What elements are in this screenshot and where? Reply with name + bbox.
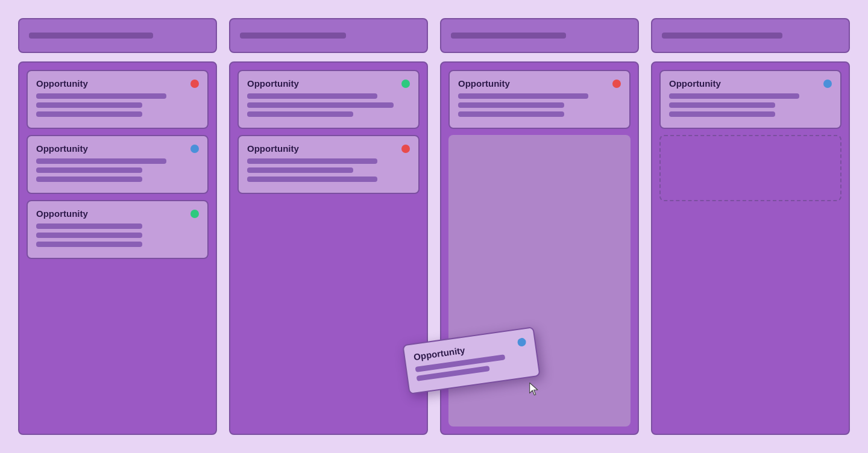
card-2-2-line-1 (247, 158, 377, 164)
kanban-board: Opportunity Opportunity Opportunity (0, 0, 868, 453)
card-1-2-title: Opportunity (36, 143, 88, 154)
card-1-1-header: Opportunity (36, 78, 199, 89)
card-1-3-line-2 (36, 233, 142, 238)
card-1-3-dot (190, 210, 199, 218)
card-2-1-line-3 (247, 111, 353, 117)
card-2-1-dot (401, 80, 410, 88)
dragged-card-dot (517, 337, 527, 347)
card-2-1-line-2 (247, 102, 394, 108)
card-1-3[interactable]: Opportunity (27, 200, 209, 259)
card-1-1-line-1 (36, 93, 166, 99)
column-1-header-bar (29, 33, 153, 39)
column-3-header-bar (451, 33, 566, 39)
card-1-2-line-2 (36, 167, 142, 173)
card-4-1-line-3 (669, 111, 775, 117)
column-3: Opportunity Opportunity (440, 18, 639, 435)
card-1-3-title: Opportunity (36, 208, 88, 219)
card-3-1-dot (612, 80, 621, 88)
dragged-card-wrapper: Opportunity (405, 336, 538, 386)
card-1-1-dot (190, 80, 199, 88)
column-2-header (229, 18, 428, 53)
card-1-3-line-3 (36, 242, 142, 247)
card-1-2-line-3 (36, 177, 142, 182)
cursor-icon (527, 382, 544, 399)
card-4-1-line-1 (669, 93, 799, 99)
column-4-header (651, 18, 850, 53)
column-3-body: Opportunity Opportunity (440, 61, 639, 435)
dragged-card[interactable]: Opportunity (402, 326, 540, 395)
card-4-1-dot (823, 80, 832, 88)
card-1-2-header: Opportunity (36, 143, 199, 154)
column-1-body: Opportunity Opportunity Opportunity (18, 61, 217, 435)
card-1-2-dot (190, 145, 199, 153)
card-2-1-header: Opportunity (247, 78, 410, 89)
card-3-1-header: Opportunity (458, 78, 621, 89)
column-1-header (18, 18, 217, 53)
card-2-2-line-3 (247, 177, 377, 182)
card-2-2-header: Opportunity (247, 143, 410, 154)
card-3-1[interactable]: Opportunity (448, 70, 631, 129)
card-1-1[interactable]: Opportunity (27, 70, 209, 129)
card-1-3-header: Opportunity (36, 208, 199, 219)
column-4-header-bar (662, 33, 782, 39)
card-3-1-line-1 (458, 93, 588, 99)
card-3-1-title: Opportunity (458, 78, 510, 89)
card-2-1-line-1 (247, 93, 377, 99)
card-1-3-line-1 (36, 223, 142, 229)
card-3-1-line-2 (458, 102, 564, 108)
dragged-card-header: Opportunity (413, 336, 527, 362)
column-3-header (440, 18, 639, 53)
card-2-2-line-2 (247, 167, 353, 173)
card-1-1-line-2 (36, 102, 142, 108)
card-2-2-title: Opportunity (247, 143, 299, 154)
column-2-header-bar (240, 33, 346, 39)
column-1: Opportunity Opportunity Opportunity (18, 18, 217, 435)
card-2-2[interactable]: Opportunity (237, 135, 420, 194)
card-2-1[interactable]: Opportunity (237, 70, 420, 129)
card-1-1-line-3 (36, 111, 142, 117)
card-4-1[interactable]: Opportunity (659, 70, 841, 129)
card-2-2-dot (401, 145, 410, 153)
dragged-card-title: Opportunity (413, 345, 465, 362)
card-1-2-line-1 (36, 158, 166, 164)
column-2-body: Opportunity Opportunity (229, 61, 428, 435)
column-4-body: Opportunity (651, 61, 850, 435)
drop-placeholder (659, 135, 841, 201)
card-1-2[interactable]: Opportunity (27, 135, 209, 194)
card-3-1-line-3 (458, 111, 564, 117)
column-4: Opportunity (651, 18, 850, 435)
column-2: Opportunity Opportunity (229, 18, 428, 435)
card-4-1-title: Opportunity (669, 78, 721, 89)
card-4-1-header: Opportunity (669, 78, 832, 89)
card-1-1-title: Opportunity (36, 78, 88, 89)
card-2-1-title: Opportunity (247, 78, 299, 89)
card-4-1-line-2 (669, 102, 775, 108)
